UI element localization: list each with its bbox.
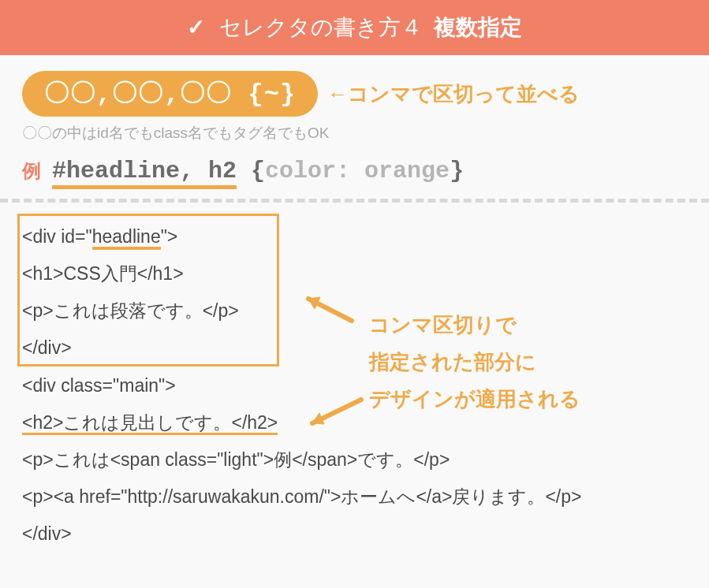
example-rule: color: orange [265,158,450,184]
example-brace-open: { [251,158,265,184]
example-brace-close: } [450,158,464,184]
code-line-2: <h1>CSS入門</h1> [22,255,687,292]
code-line-4: </div> [22,329,687,367]
syntax-pill: 〇〇,〇〇,〇〇 {~} [22,71,318,117]
code-line-7: <p>これは<span class="light">例</span>です。</p… [22,441,687,478]
code-text: "> [161,226,178,247]
code-area: <div id="headline"> <h1>CSS入門</h1> <p>これ… [22,218,687,553]
subnote-text: 〇〇の中はid名でもclass名でもタグ名でもOK [22,123,687,143]
code-line-9: </div> [22,515,687,553]
code-underline-h2: <h2>これは見出しです。</h2> [22,412,278,433]
annotation-line-3: デザインが適用される [369,381,580,418]
syntax-note: ←コンマで区切って並べる [327,80,580,108]
header-title-light: セレクタの書き方４ [219,15,423,39]
syntax-row: 〇〇,〇〇,〇〇 {~} ←コンマで区切って並べる [22,71,687,117]
content-area: 〇〇,〇〇,〇〇 {~} ←コンマで区切って並べる 〇〇の中はid名でもclas… [0,55,709,568]
example-label: 例 [22,158,41,184]
annotation-block: コンマ区切りで 指定された部分に デザインが適用される [369,307,580,417]
example-line: 例 #headline, h2 {color: orange} [22,158,687,184]
code-line-1: <div id="headline"> [22,218,687,255]
dashed-divider [0,199,709,203]
code-line-8: <p><a href="http://saruwakakun.com/">ホーム… [22,478,687,515]
example-selector: #headline, h2 [52,158,237,189]
annotation-line-1: コンマ区切りで [369,307,580,344]
arrow-icon-1 [297,289,360,329]
annotation-line-2: 指定された部分に [369,344,580,381]
header-banner: ✓ セレクタの書き方４ 複数指定 [0,0,709,55]
code-underline-headline: headline [92,226,161,250]
check-icon: ✓ [187,14,205,40]
code-text: <div id=" [22,226,92,247]
header-title-bold: 複数指定 [434,15,522,39]
arrow-icon-2 [298,396,369,435]
